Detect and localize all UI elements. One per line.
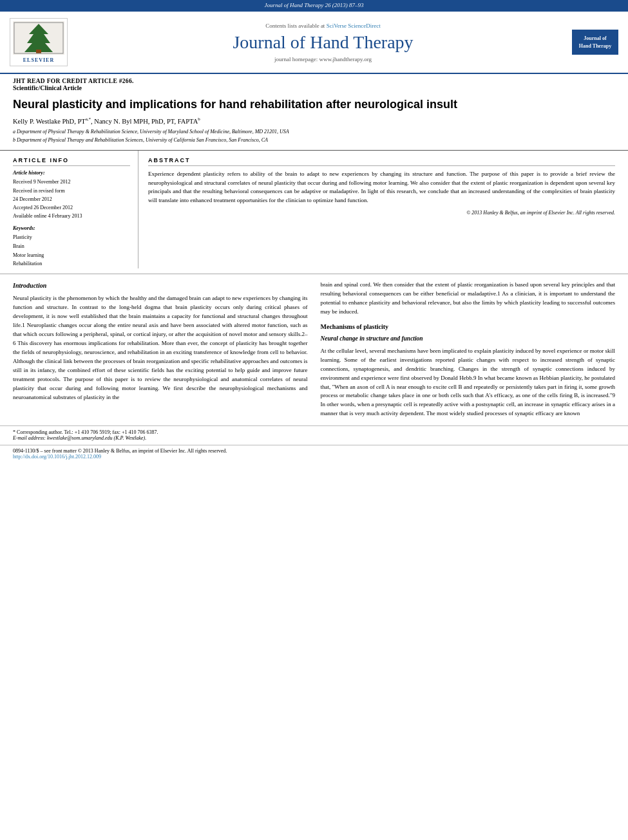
paper-title: Neural plasticity and implications for h… [0, 93, 628, 115]
elsevier-logo: ELSEVIER [10, 18, 74, 66]
body-right-para1: brain and spinal cord. We then consider … [321, 281, 616, 317]
abstract-copyright: © 2013 Hanley & Belfus, an imprint of El… [148, 210, 615, 216]
mechanisms-heading: Mechanisms of plasticity [321, 322, 616, 332]
keywords-label: Keywords: [13, 225, 130, 231]
footer-line2: http://dx.doi.org/10.1016/j.jht.2012.12.… [13, 454, 615, 460]
body-left-col: Introduction Neural plasticity is the ph… [13, 281, 308, 418]
journal-reference-text: Journal of Hand Therapy 26 (2013) 87–93 [265, 2, 364, 8]
elsevier-wordmark: ELSEVIER [13, 57, 64, 63]
abstract-text: Experience dependent plasticity refers t… [148, 170, 615, 205]
journal-main-title: Journal of Hand Therapy [81, 32, 566, 53]
article-credit-line: JHT Read for Credit Article #266. [13, 78, 615, 84]
journal-reference-bar: Journal of Hand Therapy 26 (2013) 87–93 [0, 0, 628, 10]
body-right-para2: At the cellular level, several mechanism… [321, 347, 616, 419]
article-type-section: JHT Read for Credit Article #266. Scient… [0, 74, 628, 93]
abstract-col: Abstract Experience dependent plasticity… [138, 151, 615, 268]
keywords-list: Plasticity Brain Motor learning Rehabili… [13, 233, 130, 268]
footnote-email: E-mail address: kwestlake@som.umaryland.… [13, 435, 615, 441]
body-section: Introduction Neural plasticity is the ph… [0, 274, 628, 422]
article-info-col: Article Info Article history: Received 9… [13, 151, 138, 268]
footer-bar: 0894-1130/$ – see front matter © 2013 Ha… [0, 445, 628, 462]
header-section: ELSEVIER Contents lists available at Sci… [0, 10, 628, 74]
elsevier-tree-icon [13, 21, 64, 55]
neural-change-heading: Neural change in structure and function [321, 334, 616, 344]
svg-rect-2 [36, 50, 41, 53]
body-left-para1: Neural plasticity is the phenomenon by w… [13, 294, 308, 402]
journal-logo-box: Journal of Hand Therapy [572, 30, 618, 54]
footnotes-section: * Corresponding author. Tel.: +1 410 706… [0, 425, 628, 443]
footer-line1: 0894-1130/$ – see front matter © 2013 Ha… [13, 448, 615, 454]
sciverse-line: Contents lists available at SciVerse Sci… [81, 23, 566, 29]
article-history-label: Article history: [13, 170, 130, 176]
article-info-heading: Article Info [13, 157, 130, 166]
affiliations: a Department of Physical Therapy & Rehab… [0, 127, 628, 148]
info-abstract-section: Article Info Article history: Received 9… [0, 150, 628, 268]
footnote-star: * Corresponding author. Tel.: +1 410 706… [13, 429, 615, 435]
article-dates: Received 9 November 2012 Received in rev… [13, 178, 130, 220]
authors-line: Kelly P. Westlake PhD, PTa,*, Nancy N. B… [0, 115, 628, 127]
body-right-col: brain and spinal cord. We then consider … [321, 281, 616, 418]
journal-homepage: journal homepage: www.jhandtherapy.org [81, 56, 566, 62]
intro-heading: Introduction [13, 281, 308, 291]
abstract-heading: Abstract [148, 157, 615, 166]
sciverse-link[interactable]: SciVerse ScienceDirect [327, 23, 381, 29]
article-type-line: Scientific/Clinical Article [13, 84, 615, 91]
header-center: Contents lists available at SciVerse Sci… [81, 23, 566, 62]
